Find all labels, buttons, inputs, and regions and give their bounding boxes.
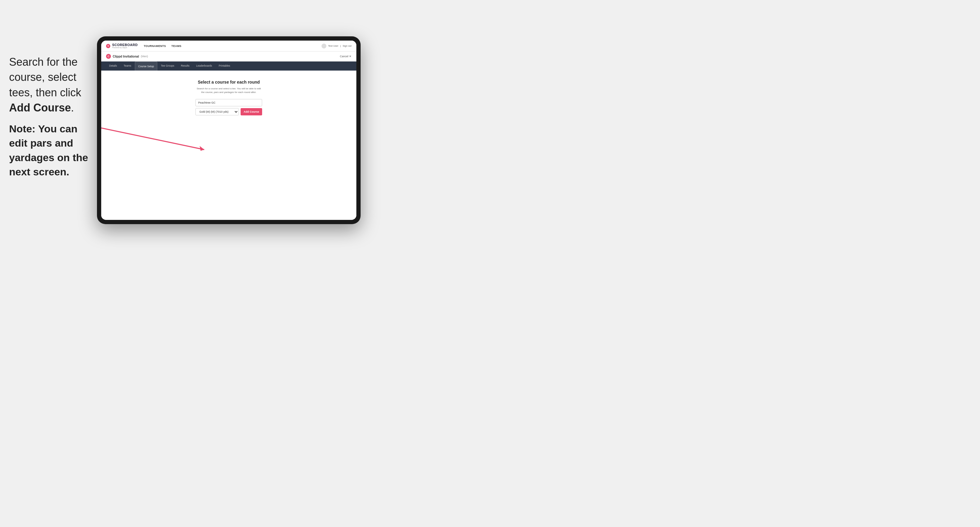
- signout-link[interactable]: Sign out: [343, 44, 352, 47]
- tee-select-row: Gold (M) (M) (7010 yds) Add Course: [196, 108, 262, 115]
- clippd-logo: C: [106, 54, 111, 59]
- section-title: Select a course for each round: [198, 79, 260, 84]
- nav-links: TOURNAMENTS TEAMS: [144, 44, 321, 48]
- tablet-device: S SCOREBOARD Powered by clippd TOURNAMEN…: [97, 37, 361, 224]
- logo-sub: Powered by clippd: [112, 47, 138, 48]
- user-area: Test User | Sign out: [321, 44, 352, 48]
- section-description: Search for a course and select a tee. Yo…: [196, 87, 262, 94]
- main-content: Select a course for each round Search fo…: [101, 71, 356, 219]
- logo-text-area: SCOREBOARD Powered by clippd: [112, 43, 138, 48]
- tournament-title-area: C Clippd Invitational (Men): [106, 54, 148, 59]
- instructions-panel: Search for thecourse, selecttees, then c…: [9, 54, 94, 185]
- tab-results[interactable]: Results: [178, 62, 192, 71]
- logo-icon: S: [106, 44, 110, 48]
- course-search-input[interactable]: [196, 99, 262, 106]
- tab-tee-groups[interactable]: Tee Groups: [158, 62, 177, 71]
- tab-teams[interactable]: Teams: [121, 62, 134, 71]
- tab-printables[interactable]: Printables: [216, 62, 233, 71]
- tab-leaderboards[interactable]: Leaderboards: [193, 62, 215, 71]
- tab-course-setup[interactable]: Course Setup: [135, 62, 157, 71]
- user-avatar: [321, 44, 326, 48]
- nav-teams[interactable]: TEAMS: [172, 44, 181, 48]
- cancel-x-icon: ✕: [349, 55, 352, 58]
- tournament-header: C Clippd Invitational (Men) Cancel ✕: [101, 51, 356, 62]
- tab-nav: Details Teams Course Setup Tee Groups Re…: [101, 62, 356, 71]
- add-course-button[interactable]: Add Course: [240, 108, 262, 115]
- logo-area: S SCOREBOARD Powered by clippd: [106, 43, 138, 48]
- tablet-screen: S SCOREBOARD Powered by clippd TOURNAMEN…: [101, 41, 356, 220]
- logo-text: SCOREBOARD: [112, 43, 138, 47]
- tournament-name: Clippd Invitational: [113, 55, 139, 58]
- user-label: Test User: [328, 44, 339, 47]
- tee-select[interactable]: Gold (M) (M) (7010 yds): [196, 108, 239, 115]
- separator: |: [340, 44, 341, 47]
- tournament-subtitle: (Men): [141, 55, 148, 58]
- top-nav: S SCOREBOARD Powered by clippd TOURNAMEN…: [101, 41, 356, 51]
- instruction-line1: Search for thecourse, selecttees, then c…: [9, 54, 94, 116]
- cancel-button[interactable]: Cancel ✕: [340, 55, 352, 58]
- tab-details[interactable]: Details: [106, 62, 120, 71]
- instruction-bold: Add Course: [9, 102, 71, 114]
- instruction-note: Note: You canedit pars andyardages on th…: [9, 122, 94, 179]
- nav-tournaments[interactable]: TOURNAMENTS: [144, 44, 166, 48]
